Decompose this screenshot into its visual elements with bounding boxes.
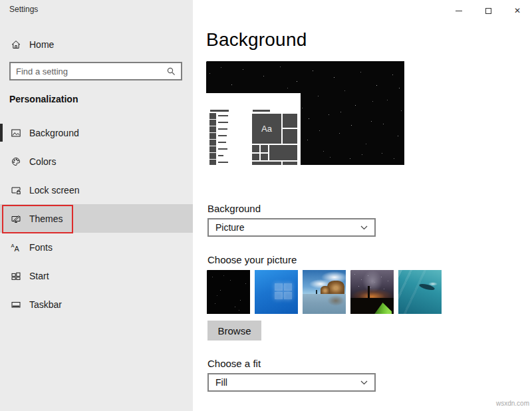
sidebar-nav: Background Colors Lock screen	[0, 118, 193, 319]
main-content: ✕ Background Aa	[193, 0, 532, 411]
background-type-label: Background	[207, 203, 261, 214]
thumbnail-underwater-swimmer[interactable]	[398, 270, 442, 314]
themes-icon	[11, 213, 21, 224]
sidebar-item-home[interactable]: Home	[0, 35, 193, 55]
close-icon: ✕	[514, 7, 521, 15]
choose-picture-label: Choose your picture	[207, 254, 297, 265]
sidebar-item-lock-screen[interactable]: Lock screen	[0, 176, 193, 204]
sidebar-item-label: Colors	[29, 156, 56, 167]
sidebar-item-label: Fonts	[29, 242, 53, 253]
sidebar-section-personalization: Personalization	[9, 94, 78, 104]
start-menu-preview: Aa	[206, 93, 301, 165]
sidebar-item-fonts[interactable]: A A Fonts	[0, 233, 193, 261]
sidebar-item-start[interactable]: Start	[0, 261, 193, 290]
window-controls: ✕	[444, 3, 532, 18]
sidebar-item-themes[interactable]: Themes	[0, 204, 193, 233]
minimize-icon	[456, 11, 462, 11]
fit-value: Fill	[215, 377, 227, 388]
lock-screen-icon	[11, 185, 21, 196]
windows-logo	[275, 283, 292, 299]
sidebar-item-label: Background	[29, 128, 79, 138]
sidebar: Settings Home Personalization Back	[0, 0, 193, 411]
sidebar-item-label: Taskbar	[29, 299, 62, 310]
maximize-icon	[485, 8, 491, 14]
sidebar-item-background[interactable]: Background	[0, 118, 193, 147]
search-input[interactable]	[11, 67, 166, 76]
settings-window: Settings Home Personalization Back	[0, 0, 532, 411]
palette-icon	[11, 156, 21, 167]
taskbar-icon	[11, 299, 21, 310]
sidebar-item-label: Lock screen	[29, 185, 79, 196]
aa-theme-tile: Aa	[252, 114, 281, 144]
home-icon	[11, 39, 21, 50]
chevron-down-icon	[360, 225, 368, 230]
sidebar-item-label: Start	[29, 271, 49, 281]
browse-button[interactable]: Browse	[207, 321, 261, 341]
page-title: Background	[206, 29, 307, 51]
maximize-button[interactable]	[473, 3, 503, 18]
chevron-down-icon	[360, 380, 368, 385]
image-icon	[11, 128, 21, 138]
wallpaper-preview: Aa	[206, 61, 404, 165]
home-label: Home	[29, 39, 54, 50]
menu-header-bar	[210, 110, 229, 112]
close-button[interactable]: ✕	[503, 3, 532, 18]
start-tiles-icon	[11, 271, 21, 281]
fonts-icon: A A	[11, 242, 21, 253]
thumbnail-night-camping[interactable]	[350, 270, 394, 314]
minimize-button[interactable]	[444, 3, 473, 18]
svg-text:A: A	[15, 244, 20, 252]
sidebar-item-colors[interactable]: Colors	[0, 147, 193, 176]
background-type-value: Picture	[215, 222, 245, 233]
selected-accent-bar	[0, 124, 3, 142]
sidebar-item-taskbar[interactable]: Taskbar	[0, 290, 193, 319]
search-icon[interactable]	[166, 67, 176, 76]
background-type-dropdown[interactable]: Picture	[207, 218, 376, 237]
tiles-header-bar	[253, 110, 270, 112]
thumbnail-windows-10-blue[interactable]	[255, 270, 298, 314]
choose-fit-label: Choose a fit	[207, 358, 261, 369]
fit-dropdown[interactable]: Fill	[207, 373, 376, 392]
picture-thumbnails	[207, 270, 442, 314]
window-title: Settings	[9, 5, 38, 14]
thumbnail-beach-rocks[interactable]	[303, 270, 346, 314]
sidebar-item-label: Themes	[29, 213, 63, 224]
search-box	[9, 62, 182, 80]
watermark: wsxdn.com	[496, 400, 529, 407]
thumbnail-dark-starfield[interactable]	[207, 270, 250, 314]
